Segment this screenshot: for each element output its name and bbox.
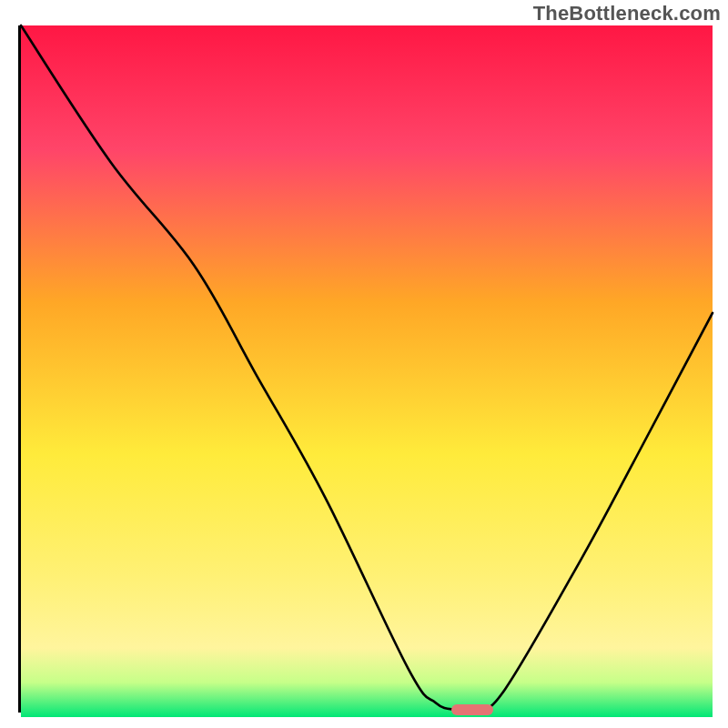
bottleneck-chart: TheBottleneck.com xyxy=(0,0,728,728)
optimal-range-marker xyxy=(451,704,493,715)
bottleneck-curve-path xyxy=(21,25,713,712)
plot-area xyxy=(18,25,713,713)
curve-layer xyxy=(21,25,713,710)
watermark-text: TheBottleneck.com xyxy=(533,2,721,25)
